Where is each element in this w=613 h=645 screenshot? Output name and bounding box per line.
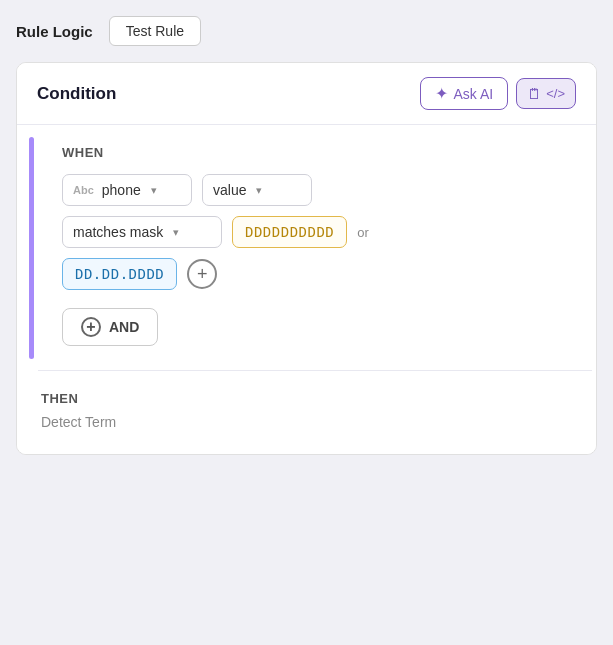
ask-ai-label: Ask AI (454, 86, 494, 102)
page-title: Rule Logic (16, 23, 93, 40)
header-row: Rule Logic Test Rule (16, 16, 597, 46)
test-rule-button[interactable]: Test Rule (109, 16, 201, 46)
and-button[interactable]: + AND (62, 308, 158, 346)
field-dropdown[interactable]: Abc phone ▾ (62, 174, 192, 206)
condition-content: WHEN Abc phone ▾ value ▾ m (34, 125, 596, 371)
condition-header: Condition ✦ Ask AI 🗒 </> (17, 63, 596, 125)
and-label: AND (109, 319, 139, 335)
field-name: phone (102, 182, 141, 198)
matches-mask-dropdown[interactable]: matches mask ▾ (62, 216, 222, 248)
condition-row-1: Abc phone ▾ value ▾ (62, 174, 568, 206)
add-circle-icon: + (81, 317, 101, 337)
when-section: WHEN Abc phone ▾ value ▾ m (38, 125, 592, 371)
then-action: Detect Term (41, 414, 572, 430)
code-button[interactable]: 🗒 </> (516, 78, 576, 109)
condition-actions: ✦ Ask AI 🗒 </> (420, 77, 576, 110)
abc-badge: Abc (73, 184, 94, 196)
when-label: WHEN (62, 145, 568, 160)
condition-row-3: DD.DD.DDDD + (62, 258, 568, 290)
condition-row-2: matches mask ▾ DDDDDDDDDD or (62, 216, 568, 248)
then-label: THEN (41, 391, 572, 406)
mask-value-1[interactable]: DDDDDDDDDD (232, 216, 347, 248)
add-mask-button[interactable]: + (187, 259, 217, 289)
or-label: or (357, 225, 369, 240)
condition-body: WHEN Abc phone ▾ value ▾ m (17, 125, 596, 371)
condition-title: Condition (37, 84, 116, 104)
matches-mask-label: matches mask (73, 224, 163, 240)
chevron-down-icon: ▾ (173, 226, 179, 239)
then-section: THEN Detect Term (17, 371, 596, 454)
sparkle-icon: ✦ (435, 84, 448, 103)
main-card: Condition ✦ Ask AI 🗒 </> WHEN Abc phone (16, 62, 597, 455)
value-label: value (213, 182, 246, 198)
value-dropdown[interactable]: value ▾ (202, 174, 312, 206)
chevron-down-icon: ▾ (151, 184, 157, 197)
chevron-down-icon: ▾ (256, 184, 262, 197)
document-icon: 🗒 (527, 85, 542, 102)
code-label: </> (546, 86, 565, 101)
ask-ai-button[interactable]: ✦ Ask AI (420, 77, 509, 110)
plus-icon: + (197, 265, 208, 283)
mask-value-2[interactable]: DD.DD.DDDD (62, 258, 177, 290)
